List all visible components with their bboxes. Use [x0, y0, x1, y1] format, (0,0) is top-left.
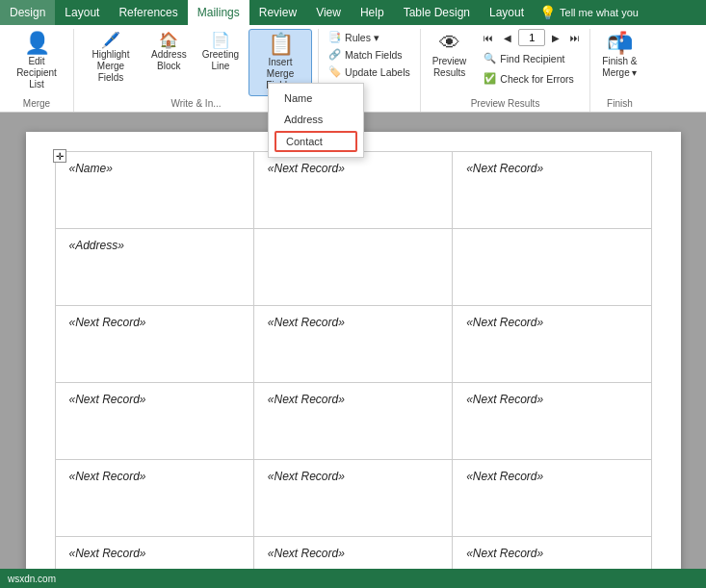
finish-group-items: 📬 Finish &Merge ▾: [596, 29, 642, 96]
address-block-icon: 🏠: [159, 33, 178, 48]
address-block-button[interactable]: 🏠 AddressBlock: [145, 29, 193, 76]
cell-next-1: «Next Record»: [253, 152, 452, 229]
tell-me-text: Tell me what you: [560, 7, 639, 18]
status-bar: wsxdn.com: [0, 569, 706, 588]
find-icon: 🔍: [484, 52, 496, 64]
merge-group-items: 👤 EditRecipient List: [6, 29, 67, 96]
next-record-field-8: «Next Record»: [466, 393, 543, 406]
cell-next-2: «Next Record»: [453, 152, 651, 229]
cell-address: «Address»: [55, 229, 253, 306]
preview-controls: ⏮ ◀ ▶ ⏭ 🔍 Find Recipient ✅ Check f: [480, 29, 584, 87]
finish-group: 📬 Finish &Merge ▾ Finish: [590, 29, 648, 112]
table-row: «Next Record» «Next Record» «Next Record…: [55, 537, 651, 570]
cell-next-5: «Next Record»: [453, 306, 651, 383]
find-recipient-label: Find Recipient: [500, 53, 564, 64]
cell-next-7: «Next Record»: [253, 383, 452, 460]
finish-merge-label: Finish &Merge ▾: [602, 56, 637, 79]
cell-empty-2: [453, 229, 651, 306]
edit-recipient-label: EditRecipient List: [12, 56, 62, 90]
menu-review[interactable]: Review: [249, 0, 306, 25]
status-text: wsxdn.com: [8, 574, 56, 584]
tip-icon: 💡: [539, 5, 556, 20]
preview-results-items: 👁 PreviewResults ⏮ ◀ ▶ ⏭ 🔍: [427, 29, 585, 96]
next-record-button[interactable]: ▶: [547, 29, 564, 46]
cell-next-9: «Next Record»: [55, 460, 253, 537]
table-row: «Next Record» «Next Record» «Next Record…: [55, 306, 651, 383]
highlight-merge-button[interactable]: 🖊️ HighlightMerge Fields: [80, 29, 142, 88]
greeting-line-button[interactable]: 📄 GreetingLine: [196, 29, 245, 76]
record-number-input[interactable]: [518, 29, 545, 46]
menu-mailings[interactable]: Mailings: [188, 0, 249, 25]
finish-merge-icon: 📬: [607, 33, 633, 54]
app-window: Design Layout References Mailings Review…: [0, 0, 706, 588]
finish-merge-button[interactable]: 📬 Finish &Merge ▾: [596, 29, 642, 83]
match-fields-label: Match Fields: [345, 49, 403, 61]
next-record-field-10: «Next Record»: [268, 470, 345, 483]
greeting-icon: 📄: [211, 33, 230, 48]
next-record-field-7: «Next Record»: [268, 393, 345, 406]
menu-references[interactable]: References: [109, 0, 187, 25]
cell-next-10: «Next Record»: [253, 460, 452, 537]
preview-results-group-label: Preview Results: [427, 96, 585, 112]
match-fields-button[interactable]: 🔗 Match Fields: [325, 46, 414, 63]
cell-next-8: «Next Record»: [453, 383, 651, 460]
dropdown-address-item[interactable]: Address: [269, 109, 363, 130]
find-recipient-button[interactable]: 🔍 Find Recipient: [480, 50, 584, 66]
menu-bar: Design Layout References Mailings Review…: [0, 0, 706, 25]
first-record-button[interactable]: ⏮: [480, 29, 497, 46]
menu-view[interactable]: View: [306, 0, 351, 25]
dropdown-contact-item[interactable]: Contact: [275, 131, 357, 152]
table-row: «Name» «Next Record» «Next Record»: [55, 152, 651, 229]
check-errors-button[interactable]: ✅ Check for Errors: [480, 70, 584, 87]
check-errors-icon: ✅: [484, 72, 496, 85]
highlight-label: HighlightMerge Fields: [86, 49, 136, 84]
dropdown-name-item[interactable]: Name: [269, 88, 363, 109]
nav-controls: ⏮ ◀ ▶ ⏭: [480, 29, 584, 46]
match-fields-icon: 🔗: [328, 48, 341, 61]
rules-button[interactable]: 📑 Rules ▾: [325, 29, 414, 45]
table-handle[interactable]: ✛: [53, 149, 66, 163]
next-record-field-9: «Next Record»: [69, 470, 146, 483]
preview-results-group: 👁 PreviewResults ⏮ ◀ ▶ ⏭ 🔍: [421, 29, 591, 112]
update-labels-button[interactable]: 🏷️ Update Labels: [325, 64, 414, 80]
prev-record-button[interactable]: ◀: [499, 29, 516, 46]
edit-recipient-button[interactable]: 👤 EditRecipient List: [6, 29, 67, 94]
document-area: ✛ «Name» «Next Record» «Next Record» «Ad…: [0, 113, 706, 569]
content-area: ✛ «Name» «Next Record» «Next Record» «Ad…: [0, 113, 706, 569]
cell-next-4: «Next Record»: [253, 306, 452, 383]
menu-layout2[interactable]: Layout: [480, 0, 534, 25]
name-field: «Name»: [69, 162, 113, 175]
highlight-icon: 🖊️: [101, 33, 120, 48]
menu-table-design[interactable]: Table Design: [394, 0, 480, 25]
preview-icon: 👁: [439, 33, 460, 54]
menu-help[interactable]: Help: [351, 0, 394, 25]
table-row: «Next Record» «Next Record» «Next Record…: [55, 383, 651, 460]
menu-layout[interactable]: Layout: [55, 0, 109, 25]
insert-merge-field-dropdown: Name Address Contact: [268, 83, 364, 158]
insert-merge-icon: 📋: [268, 34, 294, 55]
rules-column: 📑 Rules ▾ 🔗 Match Fields 🏷️ Update Label…: [325, 29, 414, 80]
document-page: ✛ «Name» «Next Record» «Next Record» «Ad…: [26, 132, 681, 569]
preview-results-label: PreviewResults: [432, 56, 467, 79]
address-block-label: AddressBlock: [151, 49, 187, 72]
greeting-label: GreetingLine: [202, 49, 239, 72]
cell-empty-1: [253, 229, 452, 306]
next-record-field-11: «Next Record»: [466, 470, 543, 483]
cell-next-13: «Next Record»: [253, 537, 452, 570]
table-row: «Address»: [55, 229, 651, 306]
cell-next-14: «Next Record»: [453, 537, 651, 570]
next-record-field-13: «Next Record»: [268, 547, 345, 560]
check-errors-label: Check for Errors: [500, 73, 573, 85]
cell-next-12: «Next Record»: [55, 537, 253, 570]
edit-recipient-icon: 👤: [24, 33, 50, 54]
menu-design[interactable]: Design: [0, 0, 55, 25]
next-record-field-3: «Next Record»: [69, 316, 146, 329]
rules-icon: 📑: [328, 31, 341, 43]
merge-group: 👤 EditRecipient List Merge: [0, 29, 74, 112]
preview-results-button[interactable]: 👁 PreviewResults: [427, 29, 473, 83]
next-record-field-6: «Next Record»: [69, 393, 146, 406]
next-record-field-5: «Next Record»: [466, 316, 543, 329]
merge-group-label: Merge: [6, 96, 67, 112]
next-record-field-1: «Next Record»: [268, 162, 345, 175]
last-record-button[interactable]: ⏭: [566, 29, 584, 46]
